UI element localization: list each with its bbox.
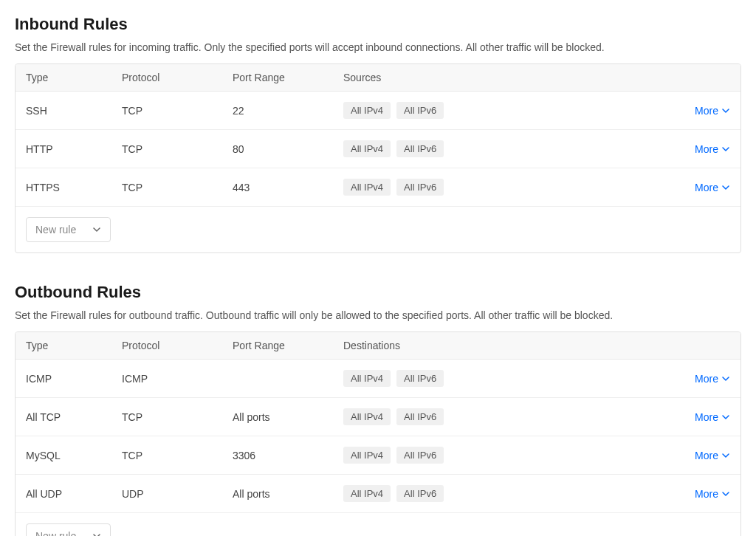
chevron-down-icon xyxy=(721,183,730,192)
chevron-down-icon xyxy=(92,532,101,536)
more-label: More xyxy=(695,182,718,193)
col-header-destinations: Destinations xyxy=(343,340,671,351)
chevron-down-icon xyxy=(721,145,730,154)
table-row: SSHTCP22All IPv4All IPv6More xyxy=(16,92,740,130)
chevron-down-icon xyxy=(721,489,730,498)
more-button[interactable]: More xyxy=(671,373,730,385)
outbound-table: Type Protocol Port Range Destinations IC… xyxy=(15,331,741,536)
cell-sources: All IPv4All IPv6 xyxy=(343,179,671,196)
more-label: More xyxy=(695,143,718,155)
inbound-new-rule-row: New rule xyxy=(16,206,740,252)
cell-action: More xyxy=(671,450,730,461)
source-tag: All IPv4 xyxy=(343,485,391,502)
cell-protocol: TCP xyxy=(122,450,233,461)
new-rule-label: New rule xyxy=(35,530,76,536)
cell-sources: All IPv4All IPv6 xyxy=(343,408,671,425)
outbound-section: Outbound Rules Set the Firewall rules fo… xyxy=(15,283,741,536)
col-header-protocol: Protocol xyxy=(122,72,233,83)
more-button[interactable]: More xyxy=(671,105,730,117)
col-header-type: Type xyxy=(26,340,122,351)
more-button[interactable]: More xyxy=(671,411,730,423)
source-tags: All IPv4All IPv6 xyxy=(343,179,671,196)
source-tags: All IPv4All IPv6 xyxy=(343,408,671,425)
cell-type: SSH xyxy=(26,105,122,117)
more-button[interactable]: More xyxy=(671,450,730,461)
chevron-down-icon xyxy=(92,225,101,234)
more-button[interactable]: More xyxy=(671,182,730,193)
source-tag: All IPv4 xyxy=(343,140,391,157)
more-label: More xyxy=(695,488,718,500)
cell-sources: All IPv4All IPv6 xyxy=(343,485,671,502)
cell-action: More xyxy=(671,373,730,385)
col-header-port: Port Range xyxy=(233,72,343,83)
source-tag: All IPv4 xyxy=(343,370,391,387)
table-row: HTTPSTCP443All IPv4All IPv6More xyxy=(16,168,740,206)
cell-sources: All IPv4All IPv6 xyxy=(343,447,671,464)
chevron-down-icon xyxy=(721,106,730,115)
cell-protocol: TCP xyxy=(122,182,233,193)
cell-action: More xyxy=(671,411,730,423)
col-header-action xyxy=(671,340,730,351)
source-tag: All IPv6 xyxy=(396,408,444,425)
cell-type: MySQL xyxy=(26,450,122,461)
more-label: More xyxy=(695,411,718,423)
cell-port-range: All ports xyxy=(233,411,343,423)
source-tag: All IPv6 xyxy=(396,102,444,119)
cell-type: ICMP xyxy=(26,373,122,385)
more-button[interactable]: More xyxy=(671,143,730,155)
more-label: More xyxy=(695,373,718,385)
source-tags: All IPv4All IPv6 xyxy=(343,485,671,502)
source-tags: All IPv4All IPv6 xyxy=(343,102,671,119)
outbound-new-rule-row: New rule xyxy=(16,512,740,536)
source-tag: All IPv4 xyxy=(343,179,391,196)
source-tags: All IPv4All IPv6 xyxy=(343,370,671,387)
cell-sources: All IPv4All IPv6 xyxy=(343,140,671,157)
outbound-table-header: Type Protocol Port Range Destinations xyxy=(16,332,740,360)
cell-sources: All IPv4All IPv6 xyxy=(343,102,671,119)
source-tag: All IPv6 xyxy=(396,447,444,464)
cell-protocol: TCP xyxy=(122,143,233,155)
cell-protocol: TCP xyxy=(122,105,233,117)
inbound-table: Type Protocol Port Range Sources SSHTCP2… xyxy=(15,63,741,253)
table-row: HTTPTCP80All IPv4All IPv6More xyxy=(16,130,740,168)
source-tags: All IPv4All IPv6 xyxy=(343,140,671,157)
source-tag: All IPv6 xyxy=(396,370,444,387)
source-tag: All IPv4 xyxy=(343,447,391,464)
cell-type: HTTPS xyxy=(26,182,122,193)
inbound-section: Inbound Rules Set the Firewall rules for… xyxy=(15,15,741,253)
table-row: MySQLTCP3306All IPv4All IPv6More xyxy=(16,436,740,475)
cell-action: More xyxy=(671,143,730,155)
table-row: All UDPUDPAll portsAll IPv4All IPv6More xyxy=(16,475,740,512)
source-tag: All IPv4 xyxy=(343,408,391,425)
table-row: ICMPICMPAll IPv4All IPv6More xyxy=(16,360,740,398)
col-header-type: Type xyxy=(26,72,122,83)
cell-port-range: 3306 xyxy=(233,450,343,461)
cell-protocol: UDP xyxy=(122,488,233,500)
inbound-new-rule-select[interactable]: New rule xyxy=(26,217,111,242)
chevron-down-icon xyxy=(721,451,730,460)
col-header-port: Port Range xyxy=(233,340,343,351)
inbound-table-header: Type Protocol Port Range Sources xyxy=(16,64,740,92)
cell-action: More xyxy=(671,488,730,500)
outbound-description: Set the Firewall rules for outbound traf… xyxy=(15,309,741,321)
source-tags: All IPv4All IPv6 xyxy=(343,447,671,464)
more-button[interactable]: More xyxy=(671,488,730,500)
more-label: More xyxy=(695,105,718,117)
table-row: All TCPTCPAll portsAll IPv4All IPv6More xyxy=(16,398,740,436)
source-tag: All IPv6 xyxy=(396,179,444,196)
cell-port-range: All ports xyxy=(233,488,343,500)
col-header-protocol: Protocol xyxy=(122,340,233,351)
inbound-title: Inbound Rules xyxy=(15,15,741,34)
col-header-sources: Sources xyxy=(343,72,671,83)
inbound-description: Set the Firewall rules for incoming traf… xyxy=(15,41,741,53)
cell-type: HTTP xyxy=(26,143,122,155)
outbound-new-rule-select[interactable]: New rule xyxy=(26,523,111,536)
source-tag: All IPv6 xyxy=(396,140,444,157)
cell-sources: All IPv4All IPv6 xyxy=(343,370,671,387)
cell-protocol: ICMP xyxy=(122,373,233,385)
new-rule-label: New rule xyxy=(35,224,76,236)
more-label: More xyxy=(695,450,718,461)
source-tag: All IPv6 xyxy=(396,485,444,502)
outbound-title: Outbound Rules xyxy=(15,283,741,302)
col-header-action xyxy=(671,72,730,83)
